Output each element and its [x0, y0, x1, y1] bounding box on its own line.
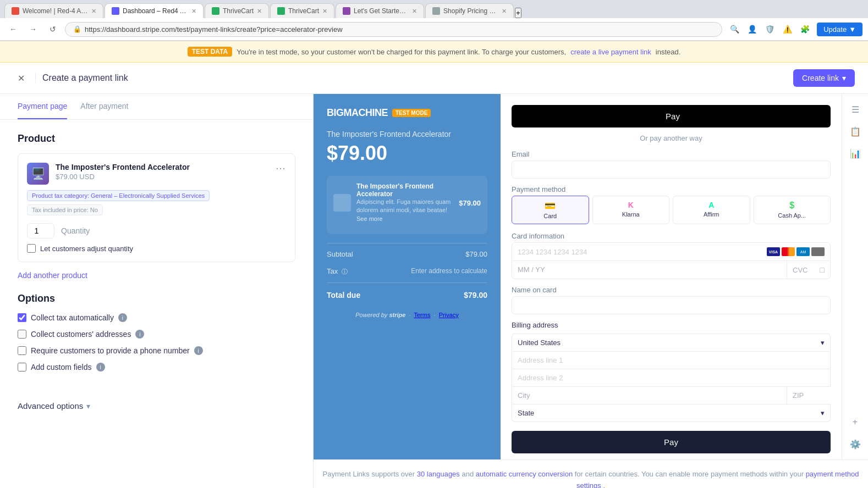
tab-close-icon[interactable]: ✕ — [191, 8, 196, 15]
product-preview-price: $79.00 — [327, 142, 487, 165]
quantity-input[interactable] — [27, 223, 54, 239]
collect-addresses-info-icon[interactable]: i — [135, 330, 144, 339]
require-phone-checkbox[interactable] — [18, 346, 26, 355]
require-phone-label: Require customers to provide a phone num… — [31, 346, 190, 355]
product-thumbnail: 🖥️ — [27, 163, 49, 185]
tab-shopify[interactable]: Shopify Pricing – Setup and Open… ✕ — [425, 3, 514, 18]
country-select[interactable]: United States ▾ — [512, 334, 831, 352]
search-icon[interactable]: 🔍 — [727, 21, 742, 37]
tab-frontend[interactable]: Let's Get Started! » The Frontend… ✕ — [336, 3, 424, 18]
require-phone-info-icon[interactable]: i — [194, 346, 203, 355]
live-payment-link[interactable]: create a live payment link — [570, 48, 651, 56]
custom-fields-info-icon[interactable]: i — [96, 363, 105, 371]
tab-close-icon[interactable]: ✕ — [412, 8, 417, 15]
klarna-icon: K — [628, 201, 634, 209]
tab-close-icon[interactable]: ✕ — [91, 8, 96, 15]
payment-method-klarna[interactable]: K Klarna — [592, 196, 670, 224]
right-sidebar: ☰ 📋 📊 + ⚙️ — [842, 94, 868, 459]
extensions-icon[interactable]: 🧩 — [797, 21, 812, 37]
custom-fields-checkbox[interactable] — [18, 363, 26, 371]
tab-dashboard[interactable]: Dashboard – Red4 Aerospace ✕ — [105, 3, 204, 18]
line-item-desc: Adipiscing elit. Fuga maiores quam dolor… — [356, 198, 453, 223]
sidebar-icon-2[interactable]: 📋 — [847, 123, 864, 140]
page-header: ✕ Create a payment link Create link ▾ — [0, 63, 868, 94]
tab-favicon — [212, 7, 219, 15]
see-more-link[interactable]: See more — [356, 215, 383, 222]
checkout-preview: BIGMACHINE TEST MODE The Imposter's Fron… — [314, 94, 501, 459]
chevron-down-icon: ▾ — [821, 409, 825, 417]
profile-icon[interactable]: 👤 — [744, 21, 760, 37]
merchant-logo: BIGMACHINE — [327, 107, 388, 119]
product-more-button[interactable]: ⋯ — [273, 160, 288, 176]
test-badge: TEST DATA — [188, 47, 233, 57]
divider — [327, 243, 487, 243]
back-button[interactable]: ← — [6, 21, 21, 37]
apple-pay-button[interactable]: Pay — [512, 105, 831, 127]
city-input[interactable]: City — [512, 387, 787, 404]
currency-link[interactable]: automatic currency conversion — [476, 470, 573, 478]
name-on-card-input[interactable] — [512, 296, 831, 314]
product-image: 🖥️ — [31, 167, 45, 180]
collect-tax-info-icon[interactable]: i — [118, 313, 127, 322]
update-label: Update — [823, 25, 847, 34]
collect-addresses-checkbox[interactable] — [18, 330, 26, 339]
languages-link[interactable]: 30 languages — [417, 470, 460, 478]
affirm-label: Affirm — [704, 211, 719, 218]
sidebar-icon-settings[interactable]: ⚙️ — [847, 435, 864, 453]
adjust-quantity-checkbox[interactable] — [27, 244, 36, 253]
bottom-info-and: and — [462, 470, 474, 478]
sidebar-icon-add[interactable]: + — [847, 413, 864, 431]
payment-method-cashapp[interactable]: $ Cash Ap... — [754, 196, 831, 224]
tab-favicon — [343, 7, 350, 15]
tab-welcome[interactable]: Welcome! | Red-4 Aerospace ✕ — [4, 3, 103, 18]
payment-method-affirm[interactable]: A Affirm — [673, 196, 750, 224]
pay-button[interactable]: Pay — [512, 431, 831, 453]
chevron-down-icon: ▾ — [821, 339, 825, 347]
tab-thrivecart[interactable]: ThriveCart ✕ — [205, 3, 269, 18]
tab-close-icon[interactable]: ✕ — [502, 8, 507, 15]
privacy-link[interactable]: Privacy — [439, 312, 459, 318]
divider — [327, 282, 487, 283]
tab-thrivecart2[interactable]: ThriveCart ✕ — [270, 3, 334, 18]
create-link-button[interactable]: Create link ▾ — [793, 69, 855, 87]
close-button[interactable]: ✕ — [13, 70, 29, 86]
state-select[interactable]: State ▾ — [512, 404, 831, 422]
tab-close-icon[interactable]: ✕ — [322, 8, 327, 15]
update-button[interactable]: Update ▼ — [817, 23, 862, 36]
payment-method-card[interactable]: 💳 Card — [512, 196, 589, 224]
sidebar-icon-1[interactable]: ☰ — [847, 101, 864, 118]
tab-close-icon[interactable]: ✕ — [257, 8, 262, 15]
lock-icon: 🔒 — [73, 25, 81, 33]
tab-favicon — [277, 7, 285, 15]
total-label: Total due — [327, 291, 360, 300]
tab-payment-page[interactable]: Payment page — [18, 94, 67, 119]
pay-another-way: Or pay another way — [512, 134, 831, 142]
cashapp-label: Cash Ap... — [778, 212, 806, 219]
tax-info-icon[interactable]: ⓘ — [342, 268, 348, 275]
collect-tax-checkbox[interactable] — [18, 313, 26, 322]
browser-actions: 🔍 👤 🛡️ ⚠️ 🧩 — [727, 21, 812, 37]
zip-input[interactable]: ZIP — [787, 387, 831, 404]
card-icon: 💳 — [545, 201, 556, 211]
tax-category-tag: Product tax category: General – Electron… — [27, 190, 210, 201]
add-product-link[interactable]: Add another product — [18, 271, 87, 280]
email-input[interactable] — [512, 160, 831, 179]
terms-link[interactable]: Terms — [414, 312, 430, 318]
url-bar[interactable]: 🔒 https://dashboard.stripe.com/test/paym… — [65, 22, 722, 37]
affirm-icon: A — [708, 201, 714, 209]
new-tab-button[interactable]: + — [515, 8, 521, 18]
bottom-info-main: Payment Links supports over — [323, 470, 415, 478]
product-tags: Product tax category: General – Electron… — [27, 190, 286, 215]
klarna-label: Klarna — [622, 211, 640, 218]
forward-button[interactable]: → — [25, 21, 41, 37]
shield-icon[interactable]: 🛡️ — [762, 21, 777, 37]
option-require-phone: Require customers to provide a phone num… — [18, 346, 295, 355]
warning-icon[interactable]: ⚠️ — [779, 21, 795, 37]
refresh-button[interactable]: ↺ — [45, 21, 61, 37]
tab-after-payment[interactable]: After payment — [80, 94, 128, 119]
address-line2-input[interactable]: Address line 2 — [512, 369, 831, 387]
sidebar-icon-3[interactable]: 📊 — [847, 145, 864, 162]
address-line1-input[interactable]: Address line 1 — [512, 352, 831, 369]
advanced-options[interactable]: Advanced options ▾ — [0, 392, 313, 419]
tab-label: Shopify Pricing – Setup and Open… — [443, 7, 498, 15]
